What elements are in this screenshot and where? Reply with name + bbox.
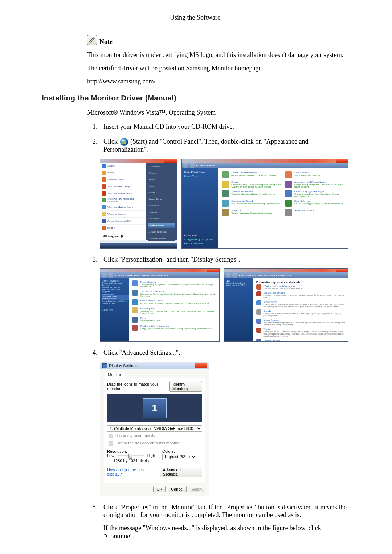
drag-instruction: Drag the icons to match your monitors. [107,382,169,391]
step-3: Click "Personalization" and then "Displa… [93,256,348,342]
os-line: Microsoft® Windows Vista™, Operating Sys… [87,109,348,116]
section-heading: Installing the Monitor Driver (Manual) [42,94,348,102]
monitor-1-tile[interactable]: 1 [143,398,167,418]
note-paragraph-1: This monitor driver is under certifying … [87,51,348,59]
check-main-monitor: This is my main monitor [107,432,202,439]
resolution-high-label: High [147,454,155,458]
step-5-paragraph-2: If the message "Windows needs..." is dis… [103,524,348,540]
resolution-label: Resolution: [107,449,155,454]
step-1: Insert your Manual CD into your CD-ROM d… [93,123,348,131]
tab-monitor[interactable]: Monitor [104,372,125,378]
step-2-text-a: Click [103,138,119,145]
screenshot-personalization: ▸ Appearance and Personalization ▸ Perso… [224,268,348,342]
apply-button: Apply [189,486,205,492]
screenshot-start-menu: Internet E-mail Welcome Center Windows M… [100,159,177,249]
ok-button[interactable]: OK [153,486,166,492]
monitor-select[interactable]: 1. (Multiple Monitors) on NVIDIA GeForce… [107,425,202,432]
help-link[interactable]: How do I get the best display? [107,468,160,476]
note-label: Note [99,38,113,46]
screenshot-display-settings-dialog: Display Settings Monitor Drag the icons … [100,362,209,496]
identify-monitors-button[interactable]: Identify Monitors [169,381,202,392]
screenshot-appearance-personalization: ▸ Control Panel ▸ Appearance and Persona… [100,268,220,342]
monitor-layout-area[interactable]: 1 [107,394,202,422]
screenshot-control-panel: ▸ Control Panel ▸ Control Panel Home Cla… [181,159,348,249]
colors-label: Colors: [162,449,202,454]
colors-select[interactable]: Highest (32 bit) [162,454,197,460]
start-orb-icon [120,138,128,146]
step-4: Click "Advanced Settings...". Display Se… [93,349,348,496]
back-button-icon [183,163,188,168]
step-5: Click "Properties" in the "Monitor" tab.… [93,504,348,540]
step-2: Click (Start) and "Control Panel". Then,… [93,138,348,249]
check-extend-desktop: Extend the desktop onto this monitor [107,440,202,447]
breadcrumb: ▸ Control Panel ▸ [196,164,215,167]
forward-button-icon [190,163,195,168]
close-icon[interactable] [195,363,207,368]
advanced-settings-button[interactable]: Advanced Settings... [160,467,202,477]
page-header: Using the Software [42,14,348,24]
resolution-value: 1280 by 1024 pixels [107,459,155,463]
page-number: 21 [42,551,348,554]
note-paragraph-2: The certified driver will be posted on S… [87,64,348,73]
note-url: http://www.samsung.com/ [87,77,348,86]
cancel-button[interactable]: Cancel [168,486,187,492]
resolution-low-label: Low [107,454,114,458]
dialog-title: Display Settings [109,364,138,368]
note-icon [87,35,97,45]
resolution-slider[interactable] [117,455,144,456]
step-2-text-b: (Start) and "Control Panel". Then, doubl… [103,138,309,153]
monitor-icon [102,363,107,368]
